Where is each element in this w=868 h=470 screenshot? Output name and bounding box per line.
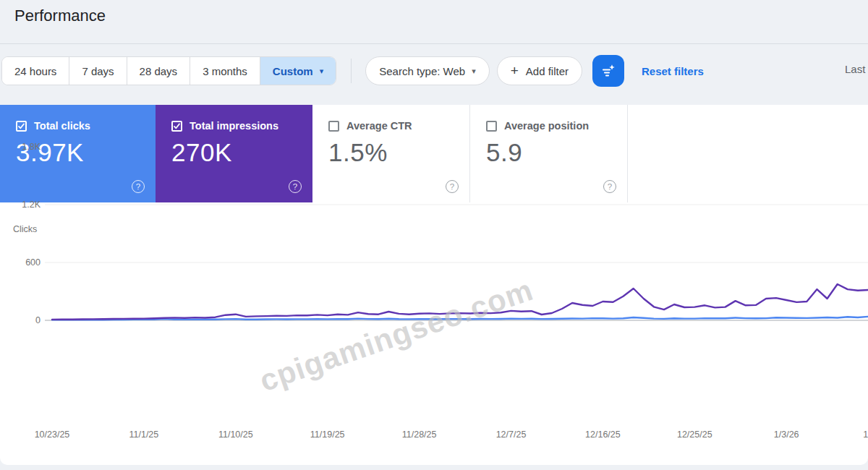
metric-cards: Total clicks 3.97K ? Total impressions 2… [0, 105, 868, 202]
metric-value: 5.9 [486, 138, 627, 167]
metric-label: Total impressions [190, 120, 278, 132]
plus-icon: + [511, 63, 519, 79]
date-range-label: 7 days [82, 65, 114, 77]
metric-value: 270K [171, 138, 312, 167]
help-icon[interactable]: ? [446, 180, 459, 193]
add-filter-label: Add filter [526, 65, 569, 77]
x-axis-label: 12/7/25 [496, 430, 527, 440]
date-range-custom[interactable]: Custom ▾ [260, 57, 336, 85]
reset-filters-link[interactable]: Reset filters [642, 65, 704, 77]
date-range-group: 24 hours 7 days 28 days 3 months Custom … [1, 56, 336, 85]
chart-canvas [0, 202, 868, 465]
toolbar: 24 hours 7 days 28 days 3 months Custom … [0, 56, 868, 86]
chevron-down-icon: ▾ [320, 67, 324, 75]
checkbox-checked-icon[interactable] [16, 121, 27, 132]
header-divider [0, 43, 868, 44]
x-axis-label: 12/25/25 [677, 430, 712, 440]
checkbox-unchecked-icon[interactable] [486, 121, 497, 132]
metric-card-total-impressions[interactable]: Total impressions 270K ? [156, 105, 312, 202]
x-axis-label: 12/16/25 [585, 430, 621, 440]
x-axis-label: 11/10/25 [218, 430, 253, 440]
search-type-label: Search type: Web [379, 65, 465, 77]
filter-sparkle-button[interactable] [592, 55, 624, 87]
metric-card-total-clicks[interactable]: Total clicks 3.97K ? [0, 105, 156, 202]
date-range-label: 3 months [203, 65, 247, 77]
help-icon[interactable]: ? [603, 180, 616, 193]
date-range-label: Custom [273, 65, 313, 77]
clicks-impressions-chart: Clicks 1.8K1.2K6000 10/23/2511/1/2511/10… [0, 202, 868, 465]
x-axis-label: 10/23/25 [35, 430, 70, 440]
metric-value: 1.5% [328, 138, 469, 167]
date-range-24-hours[interactable]: 24 hours [2, 57, 69, 85]
performance-panel: Total clicks 3.97K ? Total impressions 2… [0, 105, 868, 465]
help-icon[interactable]: ? [289, 180, 302, 193]
toolbar-separator [351, 59, 352, 83]
series-line-total-impressions [52, 284, 868, 320]
filter-sparkle-icon [600, 62, 617, 80]
metric-label: Average CTR [346, 120, 412, 132]
help-icon[interactable]: ? [132, 180, 145, 193]
y-axis-label: 600 [7, 257, 41, 268]
x-axis-label: 1/12/26 [863, 430, 868, 440]
x-axis-label: 11/28/25 [402, 430, 437, 440]
chevron-down-icon: ▾ [472, 67, 476, 75]
x-axis-label: 11/1/25 [129, 430, 159, 440]
checkbox-checked-icon[interactable] [171, 121, 182, 132]
search-type-dropdown[interactable]: Search type: Web ▾ [365, 56, 489, 85]
date-range-3-months[interactable]: 3 months [190, 57, 260, 85]
page-title: Performance [14, 7, 106, 25]
checkbox-unchecked-icon[interactable] [328, 121, 339, 132]
date-range-label: 24 hours [14, 65, 56, 77]
date-range-7-days[interactable]: 7 days [69, 57, 127, 85]
metric-card-average-position[interactable]: Average position 5.9 ? [470, 105, 628, 202]
y-axis-label: 1.2K [7, 200, 41, 210]
metric-label: Total clicks [34, 120, 90, 132]
x-axis-label: 1/3/26 [774, 430, 799, 440]
add-filter-button[interactable]: + Add filter [497, 56, 582, 85]
date-range-28-days[interactable]: 28 days [127, 57, 191, 85]
last-updated-text: Last [845, 63, 865, 75]
date-range-label: 28 days [140, 65, 178, 77]
y-axis-label: 0 [7, 315, 41, 325]
y-axis-label: 1.8K [7, 142, 41, 152]
x-axis-label: 11/19/25 [310, 430, 345, 440]
metric-card-average-ctr[interactable]: Average CTR 1.5% ? [312, 105, 470, 202]
metric-label: Average position [504, 120, 589, 132]
